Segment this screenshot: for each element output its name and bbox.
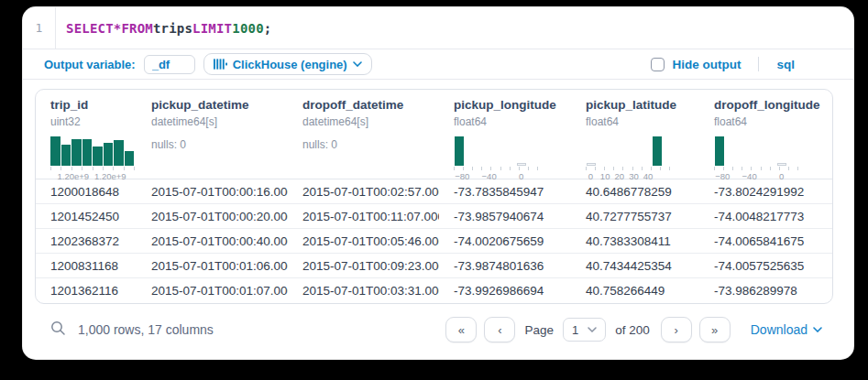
output-variable-label: Output variable: (44, 58, 136, 71)
download-button[interactable]: Download (751, 322, 822, 337)
histogram-axis-ticks (50, 167, 135, 170)
search-button[interactable] (50, 320, 66, 339)
column-name: dropoff_longitude (714, 98, 832, 112)
line-number: 1 (23, 7, 56, 49)
column-header-pickup_datetime[interactable]: pickup_datetimedatetime64[s]nulls: 0 (137, 90, 288, 181)
last-page-button[interactable]: » (699, 317, 731, 342)
axis-tick (604, 167, 605, 170)
table-cell: -73.8024291992 (699, 185, 832, 199)
table-cell: -73.986289978 (699, 284, 832, 298)
histogram-bar (114, 140, 124, 166)
chevron-down-icon (353, 61, 362, 67)
code-token: trips (153, 21, 192, 36)
histogram-axis-labels: 1.20e+91.20e+9 (50, 171, 135, 181)
hide-output-checkbox[interactable] (651, 58, 665, 71)
table-row[interactable]: 12000186482015-07-01T00:00:16.0002015-07… (36, 179, 832, 204)
column-nulls-count: nulls: 0 (151, 138, 288, 151)
histogram-bar (653, 136, 662, 166)
axis-tick (103, 167, 104, 170)
table-cell: 2015-07-01T00:03:31.000 (288, 284, 439, 298)
table-cell: 2015-07-01T00:11:07.000 (288, 210, 439, 223)
axis-label: 1.20e+9 (58, 171, 90, 181)
histogram-bar (455, 136, 464, 166)
table-cell: 40.7277755737 (571, 210, 699, 223)
engine-selector[interactable]: ClickHouse (engine) (203, 53, 372, 75)
column-histogram: 1.20e+91.20e+9 (50, 136, 135, 181)
axis-tick (770, 167, 771, 170)
column-name: dropoff_datetime (302, 98, 439, 112)
histogram-bars (714, 136, 798, 166)
histogram-bars (454, 136, 538, 166)
table-cell: -73.9926986694 (439, 284, 571, 298)
hide-output-label[interactable]: Hide output (673, 58, 742, 71)
histogram-bars (50, 136, 135, 166)
row-count-summary: 1,000 rows, 17 columns (78, 322, 214, 337)
column-type: float64 (586, 115, 699, 128)
histogram-axis-ticks (586, 167, 670, 170)
column-nulls-count: nulls: 0 (302, 138, 439, 151)
column-name: pickup_latitude (586, 98, 699, 112)
histogram-bar (777, 163, 786, 166)
code-token: SELECT (66, 21, 114, 36)
code-editor-row: 1 SELECT * FROM trips LIMIT 1000; (23, 7, 853, 49)
clickhouse-icon (214, 59, 227, 70)
table-row[interactable]: 12008311682015-07-01T00:01:06.0002015-07… (36, 254, 832, 278)
histogram-bar (93, 147, 103, 166)
table-cell: 40.7383308411 (571, 234, 699, 248)
histogram-bar (71, 139, 82, 166)
histogram-bar (82, 139, 93, 166)
table-cell: 1200831168 (36, 259, 137, 273)
page-number-select[interactable]: 1 (563, 318, 606, 342)
table-cell: -74.0057525635 (699, 259, 832, 273)
first-page-button[interactable]: « (445, 317, 477, 342)
axis-tick (463, 167, 464, 170)
table-cell: -74.0020675659 (439, 234, 571, 248)
table-cell: 40.7434425354 (571, 259, 699, 273)
table-cell: 2015-07-01T00:00:40.000 (137, 234, 288, 248)
column-header-dropoff_datetime[interactable]: dropoff_datetimedatetime64[s]nulls: 0 (288, 90, 439, 181)
axis-tick (71, 167, 72, 170)
table-row[interactable]: 12013621162015-07-01T00:01:07.0002015-07… (36, 278, 832, 303)
column-header-dropoff_longitude[interactable]: dropoff_longitudefloat64−80−400 (699, 90, 832, 181)
axis-label: 0 (588, 171, 593, 181)
output-variable-input[interactable] (144, 55, 195, 74)
column-type: datetime64[s] (302, 115, 439, 128)
axis-tick (788, 167, 789, 170)
axis-label: 40 (643, 171, 654, 181)
histogram-axis-labels: 010203040 (586, 171, 670, 181)
language-badge[interactable]: sql (776, 58, 795, 71)
table-cell: 40.6486778259 (571, 185, 699, 199)
table-cell: -73.9857940674 (439, 210, 571, 223)
prev-page-button[interactable]: ‹ (484, 317, 515, 342)
toolbar-divider (758, 57, 759, 71)
code-token: LIMIT (192, 21, 232, 36)
axis-tick (742, 167, 742, 170)
axis-tick (651, 167, 652, 170)
column-header-trip_id[interactable]: trip_iduint321.20e+91.20e+9 (36, 90, 137, 181)
axis-tick (622, 167, 623, 170)
table-cell: -74.0065841675 (699, 234, 832, 248)
table-row[interactable]: 12014524502015-07-01T00:00:20.0002015-07… (36, 204, 832, 229)
axis-tick (124, 167, 125, 170)
column-header-pickup_longitude[interactable]: pickup_longitudefloat64−80−400 (439, 90, 571, 181)
axis-label: −80 (455, 171, 469, 181)
download-label: Download (751, 322, 808, 337)
histogram-bar (50, 136, 60, 166)
table-row[interactable]: 12023683722015-07-01T00:00:40.0002015-07… (36, 229, 832, 254)
column-type: float64 (454, 115, 571, 128)
axis-tick (595, 167, 596, 170)
table-cell: 2015-07-01T00:02:57.000 (288, 185, 439, 199)
axis-tick (454, 167, 455, 170)
axis-tick (779, 167, 780, 170)
column-name: pickup_longitude (454, 98, 571, 112)
table-cell: -74.0048217773 (699, 210, 832, 223)
next-page-button[interactable]: › (661, 317, 692, 342)
axis-tick (472, 167, 473, 170)
axis-label: −40 (482, 171, 497, 181)
sql-code-line[interactable]: SELECT * FROM trips LIMIT 1000; (56, 7, 271, 49)
axis-tick (490, 167, 491, 170)
page-number-value: 1 (572, 323, 578, 337)
cell-output: trip_iduint321.20e+91.20e+9pickup_dateti… (23, 80, 853, 345)
table-header-row: trip_iduint321.20e+91.20e+9pickup_dateti… (36, 90, 832, 179)
column-header-pickup_latitude[interactable]: pickup_latitudefloat64010203040 (571, 90, 699, 181)
